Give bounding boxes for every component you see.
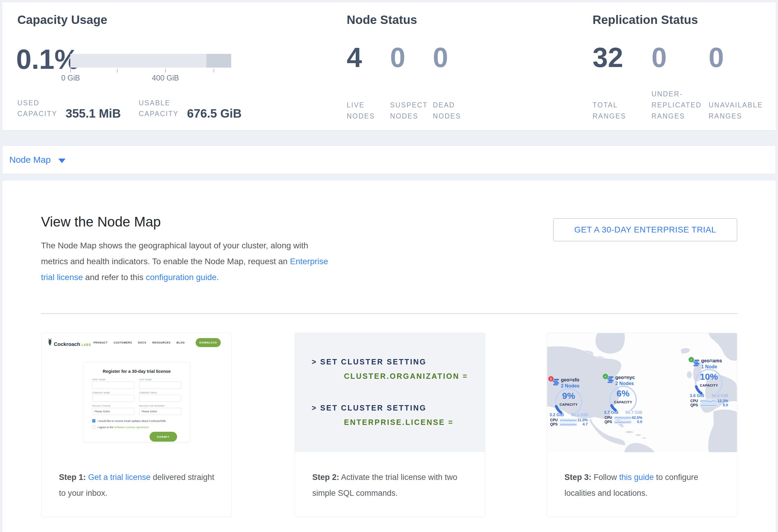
under-replicated-value: 0 — [651, 42, 667, 73]
reason-select[interactable]: Please Select — [139, 408, 181, 415]
license-agreement-checkbox[interactable] — [92, 426, 95, 429]
capacity-gauge: 10% CAPACITY — [691, 369, 727, 396]
view-selector-bar: Node Map — [2, 146, 776, 174]
capacity-axis-tick — [117, 69, 118, 72]
cpu-sparkline — [614, 416, 631, 420]
get-trial-license-link[interactable]: Get a trial license — [88, 473, 151, 482]
project-phase-select[interactable]: Please Select — [92, 408, 134, 415]
map-node-ams[interactable]: ✓ geo=ams 1 Node 10% CAPACITY — [690, 358, 728, 409]
capacity-range: 3.7 GiB 65.7 GiB — [604, 410, 642, 415]
field-company-email: COMPANY EMAIL — [139, 392, 181, 402]
email-updates-row: ✓ I would like to receive email updates … — [92, 419, 181, 423]
qps-sparkline — [700, 404, 717, 407]
sql-setting-name: CLUSTER.ORGANIZATION = — [312, 369, 485, 383]
total-ranges-label: TOTAL RANGES — [593, 100, 626, 122]
usable-capacity-label: USABLE CAPACITY — [139, 97, 178, 119]
nav-customers[interactable]: CUSTOMERS — [114, 341, 132, 344]
sql-command: > SET CLUSTER SETTING CLUSTER.ORGANIZATI… — [312, 355, 485, 383]
database-stack-icon — [607, 376, 614, 383]
capacity-percent: 9% — [551, 391, 587, 401]
last-name-input[interactable] — [139, 381, 181, 389]
form-fields: FIRST NAME LAST NAME COMPANY NAME COMPAN… — [92, 379, 181, 415]
used-capacity-label: USED CAPACITY — [17, 97, 57, 119]
nav-product[interactable]: PRODUCT — [93, 341, 108, 344]
cpu-row: CPU 42.5% — [605, 415, 642, 420]
capacity-bar-track — [70, 54, 231, 68]
capacity-axis-label-0: 0 GiB — [50, 74, 91, 82]
database-stack-icon — [693, 360, 700, 367]
nav-resources[interactable]: RESOURCES — [152, 341, 170, 344]
page-title: View the Node Map — [41, 214, 161, 230]
qps-row: QPS 4.7 — [550, 422, 588, 427]
replication-status-panel: Replication Status 32 TOTAL RANGES 0 UND… — [593, 2, 772, 130]
cpu-sparkline — [700, 399, 717, 403]
cluster-summary-bar: Capacity Usage 0.1% 0 GiB 400 GiB USED C… — [2, 2, 776, 131]
sql-statement: > SET CLUSTER SETTING — [312, 401, 485, 415]
node-map-dropdown[interactable]: Node Map — [9, 155, 51, 165]
capacity-axis-tick — [165, 69, 166, 72]
capacity-percent: 6% — [605, 388, 641, 398]
form-title: Register for a 30-day trial license — [92, 369, 181, 374]
used-gib: 3.7 GiB — [604, 410, 618, 415]
this-guide-link[interactable]: this guide — [619, 473, 654, 482]
map-node-sfo[interactable]: 1 geo=sfo 2 Nodes 9% CAPACITY — [549, 377, 588, 429]
step-3-card: 1 geo=sfo 2 Nodes 9% CAPACITY — [547, 333, 737, 517]
brand-suffix: LABS — [81, 343, 91, 347]
software-license-agreement-link[interactable]: Software License Agreement. — [114, 426, 150, 429]
form-checkboxes: ✓ I would like to receive email updates … — [92, 419, 181, 429]
total-ranges-stat: 32 TOTAL RANGES — [593, 2, 651, 130]
used-capacity-value: 355.1 MiB — [66, 107, 121, 120]
first-name-input[interactable] — [92, 381, 134, 389]
intro-description: The Node Map shows the geographical layo… — [41, 238, 328, 285]
nav-docs[interactable]: DOCS — [138, 341, 146, 344]
field-reason: REASON FOR INTEREST Please Select — [139, 405, 181, 415]
step-1-card: Cockroach LABS PRODUCT CUSTOMERS DOCS RE… — [41, 333, 232, 517]
qps-row: QPS 0.0 — [690, 403, 728, 407]
used-gib: 3.6 GiB — [690, 393, 704, 398]
step-2-caption: Step 2: Activate the trial license with … — [295, 453, 485, 517]
capacity-axis-tick — [70, 69, 71, 72]
capacity-percent: 10% — [691, 372, 727, 382]
live-nodes-label: LIVE NODES — [347, 100, 375, 122]
capacity-gauge: 6% CAPACITY — [605, 386, 641, 413]
used-gib: 3.2 GiB — [549, 412, 564, 417]
download-button[interactable]: DOWNLOAD — [196, 338, 221, 347]
live-nodes-stat: 4 LIVE NODES — [347, 2, 390, 130]
usable-capacity-value: 676.5 GiB — [187, 107, 241, 120]
field-company-name: COMPANY NAME — [92, 392, 134, 402]
live-nodes-value: 4 — [347, 42, 362, 73]
unavailable-label: UNAVAILABLE RANGES — [709, 100, 763, 122]
capacity-usage-panel: Capacity Usage 0.1% 0 GiB 400 GiB USED C… — [17, 2, 287, 130]
nav-blog[interactable]: BLOG — [176, 341, 185, 344]
qps-sparkline — [614, 421, 631, 424]
submit-button[interactable]: SUBMIT — [150, 432, 177, 442]
node-map-preview: 1 geo=sfo 2 Nodes 9% CAPACITY — [547, 333, 737, 452]
capacity-percent: 0.1% — [16, 44, 79, 75]
company-email-input[interactable] — [139, 395, 181, 402]
node-locality: geo=ams — [701, 358, 722, 364]
email-updates-checkbox[interactable]: ✓ — [92, 419, 95, 423]
suspect-nodes-stat: 0 SUSPECT NODES — [390, 2, 433, 130]
intro-text: and refer to this — [83, 273, 146, 282]
email-updates-text: I would like to receive email updates ab… — [97, 420, 166, 423]
section-divider — [41, 313, 737, 314]
unavailable-ranges-stat: 0 UNAVAILABLE RANGES — [709, 2, 771, 130]
node-locality: geo=nyc — [615, 375, 635, 380]
chevron-down-icon[interactable] — [58, 159, 66, 163]
get-enterprise-trial-button[interactable]: GET A 30-DAY ENTERPRISE TRIAL — [553, 218, 737, 241]
suspect-nodes-value: 0 — [390, 42, 405, 73]
database-stack-icon — [553, 379, 560, 386]
total-gib: 65.7 GiB — [625, 410, 642, 415]
license-agreement-text: I agree to the Software License Agreemen… — [97, 426, 149, 429]
warning-badge: 1 — [548, 376, 554, 381]
unavailable-value: 0 — [709, 42, 724, 73]
used-capacity-stat: USED CAPACITY 355.1 MiB — [17, 97, 121, 119]
license-agreement-row: I agree to the Software License Agreemen… — [92, 426, 181, 429]
capacity-axis-tick — [214, 69, 214, 72]
configuration-guide-link[interactable]: configuration guide — [146, 273, 217, 282]
map-node-nyc[interactable]: ✓ geo=nyc 2 Nodes 6% CAPACITY — [604, 375, 642, 427]
healthy-badge: ✓ — [603, 374, 608, 379]
company-name-input[interactable] — [92, 395, 134, 402]
dead-nodes-stat: 0 DEAD NODES — [433, 2, 481, 130]
step-1-caption: Step 1: Get a trial license delivered st… — [42, 453, 232, 517]
